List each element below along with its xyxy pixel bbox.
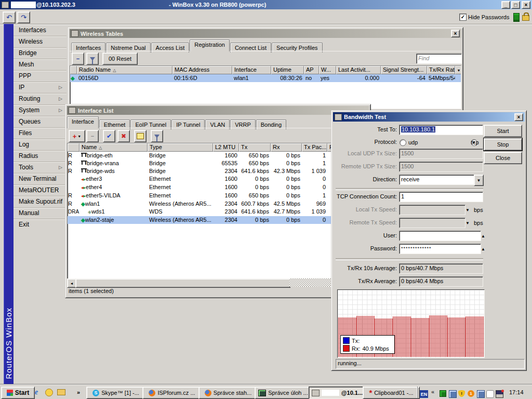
undo-button[interactable]: ↶ — [3, 11, 16, 23]
user-input[interactable] — [399, 231, 481, 241]
start-button[interactable]: Start — [484, 125, 522, 137]
interface-row[interactable]: ether4 Ethernet 1600 0 bps 0 bps 0 — [68, 183, 368, 192]
filter-button[interactable] — [86, 52, 99, 65]
network-connection-icon[interactable] — [449, 390, 457, 398]
dropdown-arrow-icon[interactable]: ▼ — [466, 208, 470, 212]
remove-button[interactable]: − — [72, 52, 84, 65]
network-connection-icon[interactable] — [477, 390, 485, 398]
protocol-udp-radio[interactable] — [400, 139, 406, 146]
column-last-activity[interactable]: Last Activit... — [336, 66, 381, 74]
column-radio-name[interactable]: Radio Name△ — [77, 66, 172, 74]
clock-launcher-icon[interactable] — [45, 388, 53, 396]
close-button[interactable]: × — [522, 1, 530, 9]
registration-row[interactable]: ◈ 00156D 00:15:6D wlan1 08:30:26 no yes … — [70, 74, 461, 82]
sidebar-item-bridge[interactable]: Bridge — [14, 47, 66, 59]
sidebar-item-make-supout[interactable]: Make Supout.rif — [14, 196, 66, 207]
direction-select[interactable]: receive — [399, 175, 475, 185]
sidebar-item-metarouter[interactable]: MetaROUTER — [14, 184, 66, 196]
interface-row[interactable]: R ether5-VILDA Ethernet 1600 650 bps 0 b… — [68, 192, 368, 200]
enable-button[interactable]: ✔ — [103, 130, 115, 142]
column-rx[interactable]: Rx — [271, 143, 302, 152]
start-button[interactable]: Start — [1, 387, 35, 399]
sidebar-item-system[interactable]: System▷ — [14, 104, 66, 116]
column-tx-packet[interactable]: Tx Pac... — [302, 143, 327, 152]
quick-launch-overflow-chevron[interactable]: » — [77, 389, 80, 395]
column-w[interactable]: W... — [319, 66, 336, 74]
sidebar-item-new-terminal[interactable]: New Terminal — [14, 173, 66, 184]
sidebar-item-wireless[interactable]: Wireless — [14, 36, 66, 47]
column-interface[interactable]: Interface — [232, 66, 271, 74]
column-tx[interactable]: Tx — [239, 143, 271, 152]
task-skype[interactable]: S Skype™ [1] -... — [86, 387, 145, 399]
sidebar-item-log[interactable]: Log — [14, 139, 66, 150]
internet-explorer-icon[interactable]: e — [32, 388, 41, 396]
column-ap[interactable]: AP — [304, 66, 319, 74]
column-tx-rx-rate[interactable]: Tx/Rx Rate — [427, 66, 455, 74]
column-l2mtu[interactable]: L2 MTU — [213, 143, 239, 152]
test-to-input[interactable]: 10.103.180.1 — [399, 125, 483, 135]
interface-list-titlebar[interactable]: Interface List — [67, 106, 369, 115]
column-menu-button[interactable]: ▼ — [455, 66, 461, 74]
network-activity-icon[interactable] — [496, 390, 503, 398]
remove-button[interactable]: − — [86, 130, 99, 142]
tab-interface[interactable]: Interface — [67, 116, 99, 128]
disable-button[interactable]: ✖ — [117, 130, 130, 142]
sidebar-item-ppp[interactable]: PPP — [14, 70, 66, 82]
interface-row[interactable]: R ◈wlan1 Wireless (Atheros AR5... 2304 6… — [68, 200, 368, 208]
network-traffic-icon[interactable] — [440, 390, 446, 397]
tray-clock[interactable]: 17:14 — [509, 389, 524, 395]
interface-row[interactable]: R bridge-vrana Bridge 65535 650 bps 0 bp… — [68, 159, 368, 167]
restore-button[interactable]: □ — [511, 1, 520, 9]
tab-registration[interactable]: Registration — [190, 39, 230, 51]
redo-button[interactable]: ↷ — [17, 11, 30, 23]
sidebar-item-manual[interactable]: Manual — [14, 207, 66, 219]
task-download-manager[interactable]: Správce stah... — [198, 387, 258, 399]
task-ispforum[interactable]: ISPforum.cz ... — [142, 387, 202, 399]
interface-row-selected[interactable]: ◈wlan2-staje Wireless (Atheros AR5... 23… — [68, 216, 368, 224]
language-indicator[interactable]: EN — [420, 390, 428, 398]
sidebar-item-mesh[interactable]: Mesh — [14, 59, 66, 70]
spin-up-icon[interactable]: ▲ — [481, 234, 485, 238]
password-input[interactable]: ************* — [399, 244, 481, 254]
bandwidth-test-close-icon[interactable]: × — [514, 113, 523, 121]
spin-up-icon[interactable]: ▲ — [481, 247, 485, 251]
messenger-icon[interactable] — [486, 390, 494, 398]
task-clipboard01[interactable]: * Clipboard01 -... — [363, 387, 420, 399]
horizontal-scrollbar[interactable]: ◄ — [67, 278, 369, 287]
bandwidth-test-titlebar[interactable]: Bandwidth Test × — [333, 112, 525, 122]
interface-row[interactable]: R bridge-wds Bridge 2304 641.6 kbps 42.3… — [68, 167, 368, 175]
folder-launcher-icon[interactable] — [57, 388, 65, 396]
column-uptime[interactable]: Uptime — [271, 66, 304, 74]
find-input[interactable]: Find — [416, 54, 462, 64]
tray-collapse-chevron[interactable]: « — [431, 389, 434, 395]
interface-row[interactable]: ether3 Ethernet 1600 0 bps 0 bps 0 — [68, 175, 368, 183]
task-winbox-active[interactable]: @10.1... — [309, 387, 366, 399]
reset-button[interactable]: 00 Reset — [102, 52, 138, 65]
sidebar-item-radius[interactable]: Radius — [14, 150, 66, 162]
update-notification-icon[interactable]: 1 — [468, 390, 474, 397]
tcp-connection-count-input[interactable]: 1 — [399, 192, 483, 202]
column-name[interactable]: Name△ — [79, 143, 148, 152]
add-button[interactable]: +▼ — [69, 130, 85, 142]
interface-row[interactable]: R bridge-eth Bridge 1600 650 bps 0 bps 1 — [68, 152, 368, 159]
sidebar-item-files[interactable]: Files — [14, 127, 66, 139]
sidebar-item-interfaces[interactable]: Interfaces — [14, 25, 66, 36]
column-signal-strength[interactable]: Signal Strengt... — [381, 66, 427, 74]
task-task-manager[interactable]: Správce úloh ... — [255, 387, 312, 399]
comment-button[interactable] — [134, 130, 147, 142]
sidebar-item-queues[interactable]: Queues — [14, 116, 66, 127]
interface-row[interactable]: DRA ◈wds1 WDS 2304 641.6 kbps 42.7 Mbps … — [68, 208, 368, 216]
sidebar-item-routing[interactable]: Routing▷ — [14, 93, 66, 104]
minimize-button[interactable]: _ — [501, 1, 510, 9]
sidebar-item-ip[interactable]: IP▷ — [14, 82, 66, 93]
hide-passwords-checkbox[interactable]: ✓ — [459, 14, 467, 21]
stop-button[interactable]: Stop — [484, 138, 522, 151]
security-alert-shield-icon[interactable]: ! — [458, 390, 465, 397]
wireless-tables-titlebar[interactable]: Wireless Tables × — [70, 29, 461, 38]
close-button[interactable]: Close — [484, 152, 522, 164]
column-flags[interactable] — [68, 143, 79, 152]
wireless-tables-close-icon[interactable]: × — [451, 30, 460, 37]
column-icon[interactable] — [70, 66, 77, 74]
sidebar-item-tools[interactable]: Tools▷ — [14, 162, 66, 173]
sidebar-item-exit[interactable]: Exit — [14, 219, 66, 230]
